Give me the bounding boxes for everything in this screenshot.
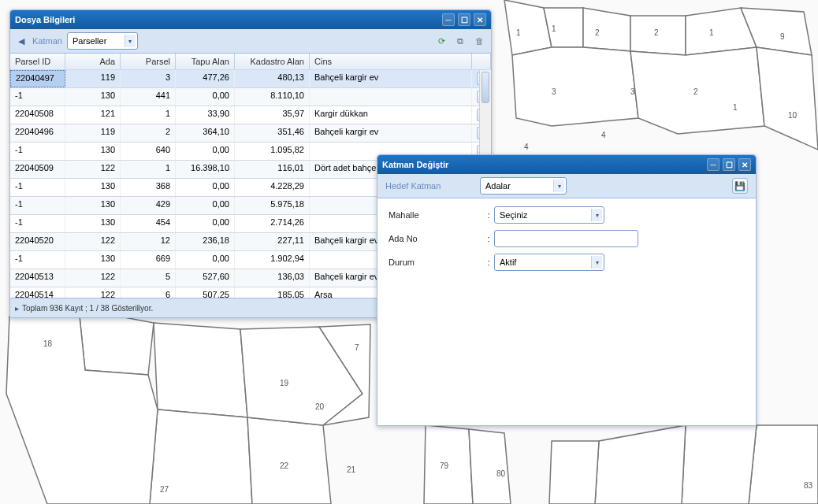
cell: 12 [121,233,176,250]
cell: 227,11 [235,233,310,250]
col-parsel-id[interactable]: Parsel ID [10,54,65,69]
cell: 0,00 [176,251,235,269]
table-row[interactable]: 220404971193477,26480,13Bahçeli kargir e… [10,70,491,88]
layer-combo[interactable]: Parseller ▾ [67,32,138,50]
parcel-label: 18 [43,339,53,348]
file-info-titlebar[interactable]: Dosya Bilgileri ─ ☐ ✕ [10,10,491,29]
parcel-label: 1 [552,24,556,33]
cell: 0,00 [176,215,235,232]
col-tapu[interactable]: Tapu Alan [176,54,235,69]
mahalle-label: Mahalle [389,210,483,220]
col-ada[interactable]: Ada [65,54,121,69]
cell: 33,90 [176,106,235,124]
layer-change-titlebar[interactable]: Katman Değiştir ─ ☐ ✕ [377,155,756,174]
cell: 351,46 [235,124,310,142]
cell: 5 [121,269,176,287]
parcel-label: 21 [347,465,356,474]
parcel-label: 19 [280,379,289,387]
chevron-down-icon: ▾ [553,180,564,192]
cell: -1 [10,197,65,214]
delete-icon[interactable]: 🗑 [472,34,486,48]
cell: 130 [65,179,121,196]
cell: 130 [65,88,121,106]
parcel-label: 1 [516,28,521,37]
chevron-down-icon: ▾ [591,209,602,221]
status-arrow-icon: ▸ [15,304,19,313]
window-title: Dosya Bilgileri [15,15,439,24]
cell: Bahçeli kargir ev [310,70,472,87]
cell: 429 [121,197,176,214]
cell: 0,00 [176,197,235,214]
cell: 22040508 [10,106,65,124]
refresh-icon[interactable]: ⟳ [434,34,448,48]
parcel-label: 2 [595,28,600,37]
parcel-label: 1 [709,28,714,37]
cell: 364,10 [176,124,235,142]
minimize-button[interactable]: ─ [707,158,719,171]
ada-no-input[interactable] [494,230,638,247]
cell: 236,18 [176,233,235,250]
parcel-label: 1 [733,103,738,112]
cell: 0,00 [176,143,235,160]
maximize-button[interactable]: ☐ [723,158,735,171]
target-layer-value: Adalar [485,181,511,191]
parcel-label: 20 [315,402,325,411]
cell: 130 [65,215,121,232]
cell: 1.902,94 [235,251,310,269]
cell: 1.095,82 [235,143,310,160]
target-layer-combo[interactable]: Adalar ▾ [480,177,567,195]
cell: 6 [121,287,176,298]
parcel-label: 22 [280,461,289,470]
target-layer-row: Hedef Katman Adalar ▾ 💾 [377,174,756,198]
maximize-button[interactable]: ☐ [458,13,470,26]
cell: 4.228,29 [235,179,310,196]
table-row[interactable]: -11304410,008.110,10🔍 [10,88,491,106]
cell: 122 [65,233,121,250]
minimize-button[interactable]: ─ [442,13,455,26]
col-cins[interactable]: Cins [310,54,472,69]
layer-change-form: Mahalle : Seçiniz ▾ Ada No : Durum : Akt… [377,198,756,285]
parcel-label: 4 [524,143,529,151]
col-actions [472,54,491,69]
parcel-label: 9 [780,32,785,41]
col-parsel[interactable]: Parsel [121,54,176,69]
cell: 116,01 [235,161,310,178]
cell: 16.398,10 [176,161,235,178]
chevron-down-icon: ▾ [591,256,602,269]
mahalle-combo[interactable]: Seçiniz ▾ [494,206,604,224]
status-text: Toplam 936 Kayıt ; 1 / 38 Gösteriliyor. [22,304,153,313]
target-layer-label: Hedef Katman [385,181,480,191]
cell: 507,25 [176,287,235,298]
table-row[interactable]: 22040508121133,9035,97Kargir dükkan🔍 [10,106,491,124]
durum-combo[interactable]: Aktif ▾ [494,254,604,271]
toolbar-label: Katman [32,36,62,46]
parcel-label: 2 [654,28,659,37]
cell: 669 [121,251,176,269]
save-button[interactable]: 💾 [732,178,748,194]
col-kadastro[interactable]: Kadastro Alan [235,54,310,69]
cell: 35,97 [235,106,310,124]
cell: 22040497 [10,70,65,87]
cell: 1 [121,161,176,178]
copy-icon[interactable]: ⧉ [453,34,467,48]
parcel-label: 79 [440,461,449,470]
nav-back-icon[interactable]: ◀ [15,35,28,47]
cell: -1 [10,215,65,232]
cell: 640 [121,143,176,160]
scrollbar-thumb[interactable] [482,72,489,103]
cell: -1 [10,179,65,196]
close-button[interactable]: ✕ [738,158,751,171]
cell: Kargir dükkan [310,106,472,124]
save-disk-icon: 💾 [734,181,745,191]
close-button[interactable]: ✕ [474,13,486,26]
cell: 0,00 [176,88,235,106]
cell: 22040513 [10,269,65,287]
durum-label: Durum [389,258,483,267]
file-info-toolbar: ◀ Katman Parseller ▾ ⟳ ⧉ 🗑 [10,29,491,54]
cell: 22040496 [10,124,65,142]
cell: 136,03 [235,269,310,287]
field-colon: : [483,258,494,267]
cell: -1 [10,143,65,160]
table-row[interactable]: 220404961192364,10351,46Bahçeli kargir e… [10,124,491,143]
cell: 130 [65,197,121,214]
